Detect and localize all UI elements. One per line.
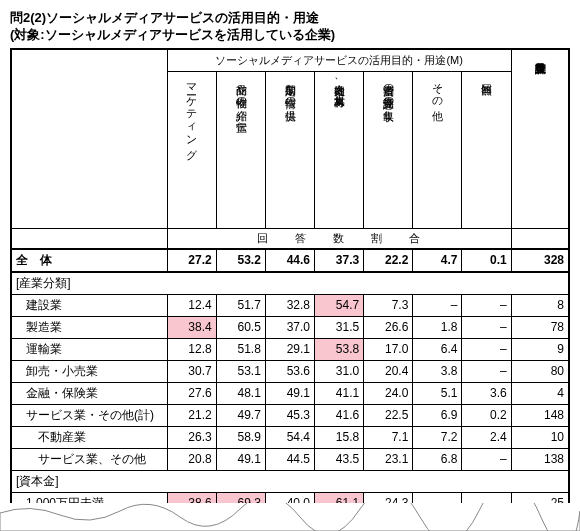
table-row: 製造業 38.4 60.5 37.0 31.5 26.6 1.8 – 78 xyxy=(11,316,569,338)
ratio-label: 回 答 数 割 合 xyxy=(167,228,511,249)
header-total: 集計重調整後企業数 xyxy=(511,49,569,229)
row-category-industry: [産業分類] xyxy=(11,272,569,295)
table-row: 金融・保険業 27.6 48.1 49.1 41.1 24.0 5.1 3.6 … xyxy=(11,382,569,404)
col-head-5: 消費者の評価・意見の収集 xyxy=(364,71,413,228)
table-row: サービス業・その他(計) 21.2 49.7 45.3 41.6 22.5 6.… xyxy=(11,404,569,426)
row-category-capital: [資本金] xyxy=(11,470,569,492)
torn-edge-decoration xyxy=(0,503,580,531)
header-group: ソーシャルメディアサービスの活用目的・用途(M) xyxy=(167,49,511,72)
row-all-label: 全 体 xyxy=(11,249,167,272)
table-row: 建設業 12.4 51.7 32.8 54.7 7.3 – – 8 xyxy=(11,294,569,316)
col-head-2: 商品や催物の紹介、宣伝 xyxy=(216,71,265,228)
title-line-2: (対象:ソーシャルメディアサービスを活用している企業) xyxy=(10,27,570,44)
table-row: 卸売・小売業 30.7 53.1 53.6 31.0 20.4 3.8 – 80 xyxy=(11,360,569,382)
col-head-1: マーケティング xyxy=(167,71,216,228)
col-head-4: 会社案内、人材募集 xyxy=(315,71,364,228)
ratio-row: 回 答 数 割 合 xyxy=(11,228,569,249)
table-row: サービス業、その他 20.8 49.1 44.5 43.5 23.1 6.8 –… xyxy=(11,448,569,470)
row-all: 全 体 27.2 53.2 44.6 37.3 22.2 4.7 0.1 328 xyxy=(11,249,569,272)
table-title: 問2(2)ソーシャルメディアサービスの活用目的・用途 (対象:ソーシャルメディア… xyxy=(10,10,570,44)
table-row: 運輸業 12.8 51.8 29.1 53.8 17.0 6.4 – 9 xyxy=(11,338,569,360)
col-head-6: その他 xyxy=(413,71,462,228)
table-row: 不動産業 26.3 58.9 54.4 15.8 7.1 7.2 2.4 10 xyxy=(11,426,569,448)
col-head-7: 無回答 xyxy=(462,71,511,228)
header-row-top: ソーシャルメディアサービスの活用目的・用途(M) 集計重調整後企業数 xyxy=(11,49,569,72)
col-head-3: 定期的な情報の提供 xyxy=(265,71,314,228)
title-line-1: 問2(2)ソーシャルメディアサービスの活用目的・用途 xyxy=(10,10,570,27)
data-table: ソーシャルメディアサービスの活用目的・用途(M) 集計重調整後企業数 マーケティ… xyxy=(10,48,570,531)
